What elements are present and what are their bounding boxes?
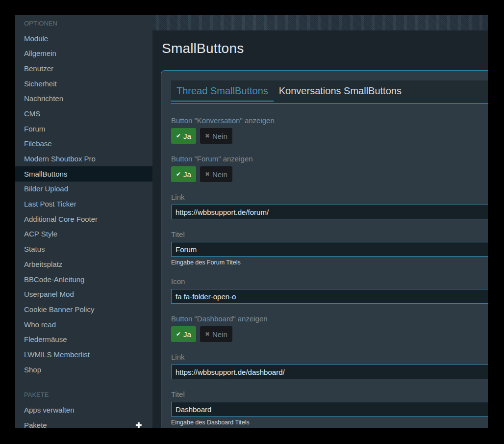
field-label: Titel bbox=[171, 230, 488, 239]
sidebar-item-additional-core-footer[interactable]: Additional Core Footer bbox=[15, 211, 152, 227]
sidebar-item-last-post-ticker[interactable]: Last Post Ticker bbox=[15, 196, 152, 211]
form-group-text: Link bbox=[171, 192, 488, 219]
yes-button[interactable]: ✔ Ja bbox=[171, 326, 196, 342]
yes-button[interactable]: ✔ Ja bbox=[171, 128, 196, 144]
sidebar-item-apps-verwalten[interactable]: Apps verwalten bbox=[15, 402, 152, 418]
cross-icon: ✖ bbox=[205, 132, 210, 139]
field-label: Button "Dashboard" anzeigen bbox=[171, 314, 488, 324]
field-helper-text: Eingabe des Dasboard Titels bbox=[171, 419, 488, 426]
field-label: Link bbox=[171, 192, 488, 202]
tab-menu: Thread SmallButtons Konversations SmallB… bbox=[171, 80, 488, 104]
field-label: Link bbox=[171, 352, 488, 362]
options-panel: Thread SmallButtons Konversations SmallB… bbox=[161, 70, 488, 428]
check-icon: ✔ bbox=[176, 132, 181, 139]
sidebar-item-cookie-banner-policy[interactable]: Cookie Banner Policy bbox=[15, 302, 152, 317]
options-form: Button "Konversation" anzeigen ✔ Ja ✖ Ne… bbox=[171, 116, 488, 426]
text-input[interactable] bbox=[171, 365, 488, 379]
sidebar: OPTIONEN Module Allgemein Benutzer Siche… bbox=[15, 15, 152, 428]
field-helper-text: Eingabe des Forum Titels bbox=[171, 259, 488, 266]
sidebar-list-pakete: Apps verwalten Pakete ✚ bbox=[15, 402, 152, 428]
sidebar-item-pakete[interactable]: Pakete ✚ bbox=[15, 418, 152, 428]
sidebar-item-allgemein[interactable]: Allgemein bbox=[15, 46, 152, 61]
sidebar-list-optionen: Module Allgemein Benutzer Sicherheit Nac… bbox=[15, 31, 152, 377]
sidebar-item-smallbuttons[interactable]: SmallButtons bbox=[15, 166, 152, 182]
no-button[interactable]: ✖ Nein bbox=[200, 128, 232, 144]
text-input[interactable] bbox=[171, 402, 488, 417]
sidebar-item-module[interactable]: Module bbox=[15, 31, 152, 46]
header-banner-texture bbox=[152, 15, 488, 30]
sidebar-item-lwmils-memberlist[interactable]: LWMILS Memberlist bbox=[15, 347, 152, 362]
cross-icon: ✖ bbox=[205, 171, 210, 178]
check-icon: ✔ bbox=[176, 331, 181, 338]
plus-icon[interactable]: ✚ bbox=[135, 421, 142, 428]
sidebar-item-who-read[interactable]: Who read bbox=[15, 317, 152, 332]
acp-window: OPTIONEN Module Allgemein Benutzer Siche… bbox=[15, 15, 488, 428]
form-group-boolean: Button "Konversation" anzeigen ✔ Ja ✖ Ne… bbox=[171, 116, 488, 144]
form-group-text: Link bbox=[171, 352, 488, 379]
sidebar-item-sicherheit[interactable]: Sicherheit bbox=[15, 76, 152, 91]
sidebar-item-fledermäuse[interactable]: Fledermäuse bbox=[15, 332, 152, 347]
field-label: Button "Konversation" anzeigen bbox=[171, 116, 488, 126]
form-group-boolean: Button "Forum" anzeigen ✔ Ja ✖ Nein bbox=[171, 154, 488, 182]
sidebar-item-modern-shoutbox-pro[interactable]: Modern Shoutbox Pro bbox=[15, 151, 152, 166]
sidebar-item-shop[interactable]: Shop bbox=[15, 362, 152, 377]
tab-thread-smallbuttons[interactable]: Thread SmallButtons bbox=[171, 80, 274, 102]
field-label: Button "Forum" anzeigen bbox=[171, 154, 488, 164]
yes-button[interactable]: ✔ Ja bbox=[171, 166, 196, 182]
screenshot-frame: OPTIONEN Module Allgemein Benutzer Siche… bbox=[0, 0, 504, 444]
sidebar-item-nachrichten[interactable]: Nachrichten bbox=[15, 91, 152, 106]
form-group-text: Titel Eingabe des Dasboard Titels bbox=[171, 390, 488, 426]
field-label: Titel bbox=[171, 390, 488, 399]
sidebar-item-cms[interactable]: CMS bbox=[15, 106, 152, 121]
field-label: Icon bbox=[171, 277, 488, 287]
text-input[interactable] bbox=[171, 242, 488, 257]
sidebar-item-acp-style[interactable]: ACP Style bbox=[15, 227, 152, 242]
tab-konversations-smallbuttons[interactable]: Konversations SmallButtons bbox=[274, 80, 407, 102]
sidebar-item-status[interactable]: Status bbox=[15, 241, 152, 257]
sidebar-item-userpanel-mod[interactable]: Userpanel Mod bbox=[15, 287, 152, 302]
sidebar-item-filebase[interactable]: Filebase bbox=[15, 136, 152, 152]
sidebar-item-arbeitsplatz[interactable]: Arbeitsplatz bbox=[15, 257, 152, 272]
form-group-text: Titel Eingabe des Forum Titels bbox=[171, 230, 488, 266]
sidebar-item-benutzer[interactable]: Benutzer bbox=[15, 61, 152, 76]
sidebar-item-bbcode-anleitung[interactable]: BBCode-Anleitung bbox=[15, 272, 152, 287]
check-icon: ✔ bbox=[176, 171, 181, 178]
sidebar-section-header-pakete: PAKETE bbox=[15, 388, 152, 403]
form-group-boolean: Button "Dashboard" anzeigen ✔ Ja ✖ Nein bbox=[171, 314, 488, 342]
text-input[interactable] bbox=[171, 205, 488, 219]
sidebar-section-header-optionen: OPTIONEN bbox=[15, 16, 152, 31]
form-group-text: Icon bbox=[171, 277, 488, 304]
text-input[interactable] bbox=[171, 289, 488, 304]
sidebar-item-bilder-upload[interactable]: Bilder Upload bbox=[15, 182, 152, 197]
cross-icon: ✖ bbox=[205, 331, 210, 338]
main-content: SmallButtons Thread SmallButtons Konvers… bbox=[152, 15, 488, 428]
no-button[interactable]: ✖ Nein bbox=[200, 166, 232, 182]
sidebar-item-forum[interactable]: Forum bbox=[15, 121, 152, 136]
page-title: SmallButtons bbox=[162, 40, 488, 57]
no-button[interactable]: ✖ Nein bbox=[200, 326, 232, 342]
